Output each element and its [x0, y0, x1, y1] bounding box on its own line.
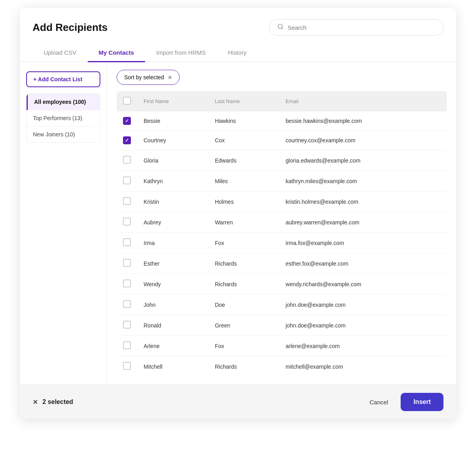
main-content: Sort by selected ✕ First Name Last Name … [107, 62, 456, 385]
tab-my-contacts[interactable]: My Contacts [88, 44, 145, 61]
row-checkbox[interactable] [123, 117, 131, 125]
search-input[interactable] [288, 24, 435, 31]
row-checkbox-cell[interactable] [117, 336, 137, 356]
header-checkbox[interactable] [123, 97, 131, 105]
tab-import-hrms[interactable]: Import from HRMS [145, 44, 217, 61]
cell-email: gloria.edwards@example.com [279, 150, 447, 171]
selected-count-label: 2 selected [42, 398, 73, 406]
row-checkbox[interactable] [123, 136, 131, 144]
row-checkbox[interactable] [123, 279, 131, 287]
cell-last-name: Richards [209, 356, 279, 377]
cell-first-name: Gloria [137, 150, 209, 171]
row-checkbox-cell[interactable] [117, 111, 137, 131]
cell-email: esther.fox@example.com [279, 253, 447, 274]
page-title: Add Recipients [33, 21, 107, 34]
clear-selection-button[interactable]: ✕ [33, 398, 38, 406]
row-checkbox-cell[interactable] [117, 233, 137, 253]
col-last-name: Last Name [209, 91, 279, 111]
cancel-button[interactable]: Cancel [362, 394, 396, 410]
select-all-header[interactable] [117, 91, 137, 111]
selected-count-display: ✕ 2 selected [33, 398, 73, 406]
row-checkbox-cell[interactable] [117, 131, 137, 150]
row-checkbox[interactable] [123, 362, 131, 370]
cell-last-name: Miles [209, 171, 279, 191]
cell-first-name: Ronald [137, 315, 209, 336]
row-checkbox-cell[interactable] [117, 356, 137, 377]
row-checkbox[interactable] [123, 218, 131, 226]
sort-by-selected-button[interactable]: Sort by selected ✕ [117, 70, 180, 85]
table-row: BessieHawkinsbessie.hawkins@example.com [117, 111, 447, 131]
row-checkbox-cell[interactable] [117, 253, 137, 274]
col-first-name: First Name [137, 91, 209, 111]
table-row: CourtneyCoxcourtney.cox@example.com [117, 131, 447, 150]
row-checkbox[interactable] [123, 259, 131, 267]
row-checkbox-cell[interactable] [117, 212, 137, 233]
row-checkbox-cell[interactable] [117, 274, 137, 295]
row-checkbox[interactable] [123, 197, 131, 205]
row-checkbox-cell[interactable] [117, 315, 137, 336]
row-checkbox-cell[interactable] [117, 150, 137, 171]
cell-last-name: Cox [209, 131, 279, 150]
cell-email: john.doe@example.com [279, 295, 447, 315]
row-checkbox[interactable] [123, 321, 131, 329]
table-row: KristinHolmeskristin.holmes@example.com [117, 191, 447, 212]
row-checkbox-cell[interactable] [117, 295, 137, 315]
cell-first-name: Esther [137, 253, 209, 274]
footer: ✕ 2 selected Cancel Insert [20, 385, 456, 419]
list-item-all-employees[interactable]: All employees (100) [27, 94, 100, 110]
cell-email: bessie.hawkins@example.com [279, 111, 447, 131]
search-box[interactable] [269, 19, 443, 36]
insert-button[interactable]: Insert [401, 393, 443, 411]
modal-body: + Add Contact List All employees (100) T… [20, 62, 456, 385]
table-row: ArleneFoxarlene@example.com [117, 336, 447, 356]
cell-email: irma.fox@example.com [279, 233, 447, 253]
cell-email: arlene@example.com [279, 336, 447, 356]
row-checkbox-cell[interactable] [117, 171, 137, 191]
cell-last-name: Green [209, 315, 279, 336]
cell-last-name: Fox [209, 233, 279, 253]
modal-container: Add Recipients Upload CSV My Contacts Im… [20, 8, 456, 419]
table-row: MitchellRichardsmitchell@example.com [117, 356, 447, 377]
cell-last-name: Doe [209, 295, 279, 315]
table-row: IrmaFoxirma.fox@example.com [117, 233, 447, 253]
row-checkbox[interactable] [123, 238, 131, 246]
tabs-bar: Upload CSV My Contacts Import from HRMS … [20, 44, 456, 62]
row-checkbox[interactable] [123, 156, 131, 164]
tab-upload-csv[interactable]: Upload CSV [33, 44, 88, 61]
cell-last-name: Warren [209, 212, 279, 233]
cell-email: john.doe@example.com [279, 315, 447, 336]
cell-email: kristin.holmes@example.com [279, 191, 447, 212]
cell-last-name: Fox [209, 336, 279, 356]
cell-email: mitchell@example.com [279, 356, 447, 377]
table-row: RonaldGreenjohn.doe@example.com [117, 315, 447, 336]
cell-email: wendy.richards@example.com [279, 274, 447, 295]
cell-first-name: John [137, 295, 209, 315]
row-checkbox[interactable] [123, 300, 131, 308]
cell-email: courtney.cox@example.com [279, 131, 447, 150]
filter-bar: Sort by selected ✕ [117, 70, 447, 85]
cell-first-name: Aubrey [137, 212, 209, 233]
footer-actions: Cancel Insert [362, 393, 443, 411]
cell-first-name: Irma [137, 233, 209, 253]
row-checkbox[interactable] [123, 341, 131, 349]
add-contact-list-button[interactable]: + Add Contact List [26, 71, 100, 87]
table-row: JohnDoejohn.doe@example.com [117, 295, 447, 315]
cell-first-name: Bessie [137, 111, 209, 131]
list-item-top-performers[interactable]: Top Performers (13) [27, 110, 100, 126]
sort-close-icon[interactable]: ✕ [168, 75, 172, 80]
modal-header: Add Recipients [20, 8, 456, 44]
cell-last-name: Holmes [209, 191, 279, 212]
list-item-new-joiners[interactable]: New Joiners (10) [27, 126, 100, 142]
search-icon [277, 23, 284, 31]
cell-first-name: Mitchell [137, 356, 209, 377]
row-checkbox[interactable] [123, 176, 131, 184]
row-checkbox-cell[interactable] [117, 191, 137, 212]
tab-history[interactable]: History [217, 44, 258, 61]
table-row: GloriaEdwardsgloria.edwards@example.com [117, 150, 447, 171]
cell-last-name: Hawkins [209, 111, 279, 131]
sort-label: Sort by selected [124, 74, 164, 80]
cell-email: kathryn.miles@example.com [279, 171, 447, 191]
table-row: KathrynMileskathryn.miles@example.com [117, 171, 447, 191]
cell-first-name: Wendy [137, 274, 209, 295]
cell-email: aubrey.warren@example.com [279, 212, 447, 233]
